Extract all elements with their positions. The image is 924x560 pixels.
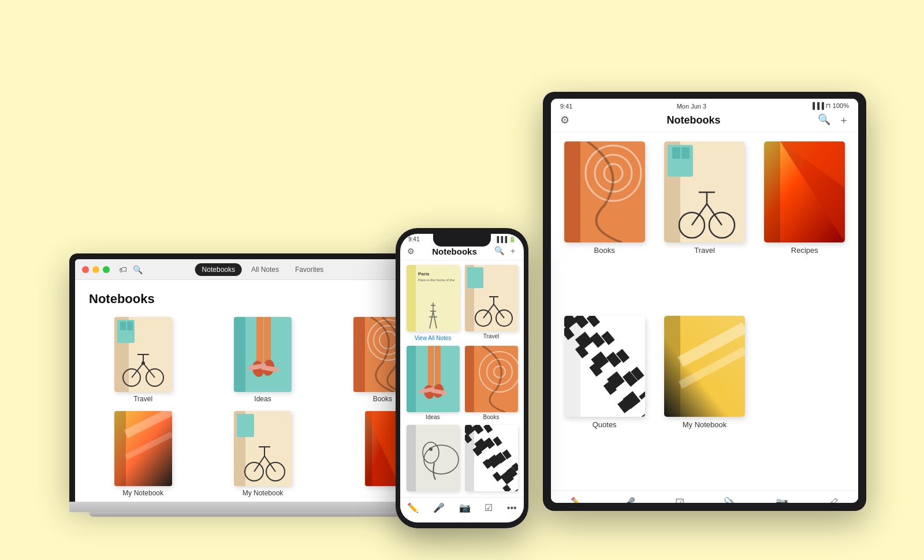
tablet-checkbox-icon[interactable]: ☑	[675, 496, 684, 503]
phone-notebook-paris[interactable]: Paris Paris is the home of the	[406, 265, 460, 341]
phone-checkbox-icon[interactable]: ☑	[485, 502, 493, 513]
svg-rect-26	[114, 411, 126, 486]
phone-cover-bw	[465, 425, 518, 491]
notebook-cover-my2	[234, 411, 292, 486]
tablet-label-recipes: Recipes	[791, 246, 818, 255]
phone-page-title: Notebooks	[432, 247, 477, 256]
notebook-item-my1[interactable]: My Notebook	[89, 411, 197, 497]
laptop-notebook-grid: Travel	[89, 317, 437, 497]
tablet-pen-icon[interactable]: 🖊	[828, 497, 839, 503]
minimize-button[interactable]	[92, 266, 99, 273]
tablet-settings-icon[interactable]: ⚙	[560, 114, 569, 126]
phone: 9:41 ▐▐▐ 🔋 ⚙ Notebooks 🔍 ＋	[396, 228, 528, 528]
notebook-label-my2: My Notebook	[243, 489, 284, 497]
tablet-cover-quotes	[564, 316, 645, 417]
tablet-add-icon[interactable]: ＋	[839, 113, 849, 127]
phone-label-travel: Travel	[483, 333, 499, 339]
tablet-cover-travel	[664, 141, 745, 242]
phone-view-all[interactable]: View All Notes	[415, 335, 452, 341]
tablet-notebook-my[interactable]: My Notebook	[660, 316, 748, 481]
svg-point-107	[429, 447, 433, 451]
phone-settings-icon[interactable]: ⚙	[407, 247, 415, 256]
tablet-cover-my	[664, 316, 745, 417]
phone-notebook-bw[interactable]	[464, 425, 518, 491]
tablet-notebook-travel[interactable]: Travel	[660, 141, 748, 307]
svg-rect-68	[664, 316, 680, 417]
traffic-lights	[82, 266, 110, 273]
tablet: 9:41 Mon Jun 3 ▐▐▐ ⊓ 100% ⚙ Notebooks 🔍 …	[543, 92, 866, 511]
phone-content: Paris Paris is the home of the	[400, 260, 524, 497]
laptop-nav-icons: 🏷 🔍	[119, 265, 143, 274]
tab-all-notes[interactable]: All Notes	[244, 263, 286, 276]
svg-text:Paris is the home of the: Paris is the home of the	[418, 278, 455, 282]
svg-rect-83	[467, 267, 483, 288]
tag-icon[interactable]: 🏷	[119, 265, 127, 274]
tablet-label-quotes: Quotes	[593, 420, 617, 429]
tab-notebooks[interactable]: Notebooks	[195, 263, 242, 276]
phone-camera-icon[interactable]: 📷	[459, 502, 471, 513]
phone-notebook-sketch[interactable]	[406, 425, 460, 491]
phone-cover-travel	[465, 265, 518, 331]
laptop-page-title: Notebooks	[89, 292, 437, 307]
phone-signal: ▐▐▐ 🔋	[495, 236, 516, 242]
svg-rect-42	[564, 141, 580, 242]
phone-mic-icon[interactable]: 🎤	[433, 502, 445, 513]
tablet-label-travel: Travel	[694, 246, 715, 255]
tablet-camera-icon[interactable]: 📷	[776, 496, 788, 503]
svg-point-11	[141, 361, 145, 365]
phone-cover-sketch	[407, 425, 460, 491]
svg-rect-91	[407, 346, 416, 412]
tablet-battery: ▐▐▐ ⊓ 100%	[810, 102, 849, 110]
svg-text:Paris: Paris	[418, 271, 430, 277]
svg-rect-3	[120, 322, 126, 330]
maximize-button[interactable]	[103, 266, 110, 273]
tablet-notebook-recipes[interactable]: Recipes	[761, 141, 849, 307]
tablet-pencil-icon[interactable]: ✏️	[571, 496, 583, 503]
laptop-content: Notebooks	[75, 280, 450, 502]
notebook-label-my1: My Notebook	[122, 489, 163, 497]
phone-notebook-travel[interactable]: Travel	[464, 265, 518, 341]
phone-bottom-bar: ✏️ 🎤 📷 ☑ •••	[400, 497, 524, 518]
phone-pencil-icon[interactable]: ✏️	[407, 502, 419, 513]
phone-time: 9:41	[408, 236, 419, 242]
search-icon[interactable]: 🔍	[133, 265, 143, 274]
notebook-label-books: Books	[373, 395, 392, 403]
tablet-cover-books	[564, 141, 645, 242]
tablet-date: Mon Jun 3	[677, 103, 706, 110]
svg-rect-104	[407, 425, 416, 491]
tablet-mic-icon[interactable]: 🎤	[623, 496, 635, 503]
tablet-search-icon[interactable]: 🔍	[818, 113, 830, 127]
tablet-bottom-bar: ✏️ 🎤 ☑ 📎 📷 🖊	[551, 490, 858, 503]
svg-rect-58	[764, 141, 780, 242]
laptop-tabs: Notebooks All Notes Favorites	[195, 263, 331, 276]
tablet-label-my: My Notebook	[683, 420, 727, 429]
svg-rect-21	[353, 317, 365, 392]
notebook-item-ideas[interactable]: Ideas	[208, 317, 316, 403]
close-button[interactable]	[82, 266, 89, 273]
svg-rect-72	[407, 265, 416, 331]
phone-more-icon[interactable]: •••	[507, 503, 517, 513]
notebook-cover-ideas	[234, 317, 292, 392]
notebook-cover-partial	[365, 411, 400, 486]
phone-add-icon[interactable]: ＋	[509, 246, 517, 256]
phone-notebook-ideas[interactable]: Ideas	[406, 346, 460, 420]
tab-favorites[interactable]: Favorites	[288, 263, 330, 276]
tablet-page-title: Notebooks	[666, 114, 720, 126]
tablet-clip-icon[interactable]: 📎	[724, 496, 736, 503]
phone-search-icon[interactable]: 🔍	[494, 246, 504, 256]
phone-label-ideas: Ideas	[426, 414, 439, 420]
phone-cover-paris: Paris Paris is the home of the	[407, 265, 460, 331]
tablet-notebook-books[interactable]: Books	[560, 141, 649, 307]
tablet-titlebar: ⚙ Notebooks 🔍 ＋	[551, 111, 858, 132]
notebook-cover-my1	[114, 411, 172, 486]
phone-label-books: Books	[483, 414, 500, 420]
svg-rect-99	[465, 346, 474, 412]
svg-rect-31	[237, 414, 254, 437]
tablet-statusbar: 9:41 Mon Jun 3 ▐▐▐ ⊓ 100%	[551, 99, 858, 111]
phone-row-2: Ideas	[406, 346, 518, 420]
tablet-notebook-quotes[interactable]: Quotes	[560, 316, 649, 481]
phone-notebook-books[interactable]: Books	[464, 346, 518, 420]
svg-rect-13	[234, 317, 245, 392]
notebook-item-travel[interactable]: Travel	[89, 317, 197, 403]
notebook-item-my2[interactable]: My Notebook	[208, 411, 316, 497]
